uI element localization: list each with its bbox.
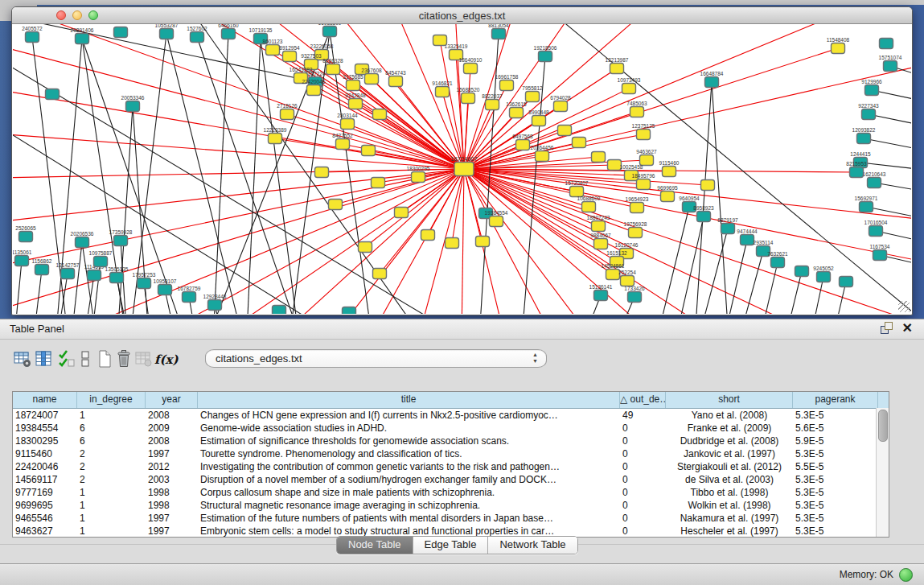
graph-node[interactable]: [222, 29, 236, 39]
graph-node[interactable]: [283, 51, 297, 62]
graph-node[interactable]: [281, 109, 294, 120]
graph-node[interactable]: [592, 221, 606, 232]
float-panel-icon[interactable]: [881, 322, 893, 334]
graph-node[interactable]: [663, 167, 676, 177]
graph-node[interactable]: [532, 116, 546, 126]
graph-node[interactable]: [160, 29, 174, 39]
table-row[interactable]: 1938455462009Genome-wide association stu…: [13, 422, 889, 435]
graph-node[interactable]: [446, 238, 459, 249]
network-canvas[interactable]: 2405572208914061055328715276026466160107…: [13, 24, 911, 314]
graph-node[interactable]: [705, 77, 719, 88]
graph-node[interactable]: [558, 126, 572, 136]
table-row[interactable]: 1456911722003Disruption of a novel membe…: [13, 473, 889, 486]
graph-node[interactable]: [490, 216, 503, 227]
table-row[interactable]: 946554611997Estimation of the future num…: [13, 512, 889, 525]
graph-node[interactable]: [741, 235, 754, 245]
graph-node[interactable]: [329, 200, 343, 210]
graph-node[interactable]: [373, 109, 387, 120]
graph-node[interactable]: [266, 45, 280, 56]
graph-node[interactable]: [336, 139, 350, 150]
column-header-year[interactable]: year: [146, 392, 198, 408]
graph-node[interactable]: [637, 179, 651, 190]
graph-node[interactable]: [421, 230, 435, 241]
graph-node[interactable]: [323, 27, 337, 37]
graph-node[interactable]: [436, 87, 450, 97]
graph-node[interactable]: [850, 167, 864, 178]
graph-node[interactable]: [347, 80, 360, 91]
graph-node[interactable]: [208, 300, 222, 311]
graph-node[interactable]: [857, 134, 871, 144]
graph-node[interactable]: [26, 32, 39, 43]
graph-node[interactable]: [307, 85, 321, 96]
table-row[interactable]: 911546021997Tourette syndrome. Phenomeno…: [13, 447, 889, 460]
graph-node[interactable]: [628, 292, 642, 303]
graph-node[interactable]: [114, 27, 128, 38]
graph-node[interactable]: [315, 167, 329, 178]
graph-node[interactable]: [868, 178, 881, 188]
delete-table-icon[interactable]: [114, 349, 133, 369]
graph-node[interactable]: [395, 208, 409, 218]
tab-node-table[interactable]: Node Table: [337, 537, 413, 554]
graph-node[interactable]: [865, 85, 879, 96]
memory-status-icon[interactable]: [899, 568, 913, 582]
graph-node[interactable]: [19, 232, 33, 242]
graph-node[interactable]: [46, 89, 60, 100]
graph-node[interactable]: [539, 51, 552, 62]
graph-node[interactable]: [721, 224, 735, 234]
column-chooser-icon[interactable]: [34, 349, 53, 369]
graph-node[interactable]: [661, 192, 675, 202]
graph-node[interactable]: [486, 100, 499, 110]
graph-node[interactable]: [372, 178, 385, 188]
graph-node[interactable]: [629, 228, 643, 238]
graph-node[interactable]: [840, 277, 853, 287]
graph-node[interactable]: [114, 236, 128, 246]
graph-node[interactable]: [500, 80, 514, 91]
graph-node[interactable]: [594, 239, 608, 249]
column-header-in_degree[interactable]: in_degree: [77, 392, 146, 408]
graph-node[interactable]: [359, 242, 372, 253]
graph-node[interactable]: [76, 34, 89, 44]
graph-node[interactable]: [269, 134, 282, 144]
graph-node[interactable]: [869, 226, 883, 237]
graph-node[interactable]: [15, 256, 29, 266]
graph-node[interactable]: [630, 107, 644, 117]
graph-node[interactable]: [873, 250, 887, 261]
graph-node[interactable]: [817, 272, 831, 282]
select-columns-icon[interactable]: [56, 349, 76, 369]
graph-node[interactable]: [191, 32, 204, 43]
graph-node[interactable]: [606, 270, 620, 280]
graph-node[interactable]: [862, 109, 876, 120]
graph-node[interactable]: [697, 212, 711, 222]
graph-node[interactable]: [592, 152, 606, 163]
column-header-pagerank[interactable]: pagerank: [793, 392, 878, 408]
scrollbar-thumb[interactable]: [878, 410, 888, 442]
table-row[interactable]: 1830029562008Estimation of significance …: [13, 435, 889, 447]
graph-node[interactable]: [362, 146, 376, 156]
network-view-window[interactable]: citations_edges.txt 24055722089140610553…: [11, 6, 913, 315]
graph-node[interactable]: [88, 270, 101, 281]
graph-node[interactable]: [771, 257, 785, 268]
graph-node[interactable]: [35, 265, 49, 275]
window-titlebar[interactable]: citations_edges.txt: [12, 7, 912, 24]
graph-node[interactable]: [343, 307, 356, 315]
graph-node[interactable]: [622, 84, 636, 94]
graph-node[interactable]: [341, 119, 355, 130]
graph-node[interactable]: [138, 278, 151, 289]
graph-node[interactable]: [621, 276, 634, 286]
graph-node[interactable]: [860, 202, 873, 212]
tab-network-table[interactable]: Network Table: [488, 537, 577, 554]
graph-node[interactable]: [373, 269, 387, 279]
graph-node[interactable]: [462, 93, 475, 104]
graph-node[interactable]: [454, 163, 474, 176]
graph-node[interactable]: [701, 180, 715, 191]
graph-node[interactable]: [126, 101, 140, 112]
graph-node[interactable]: [582, 202, 596, 212]
graph-node[interactable]: [326, 64, 340, 75]
column-header-out_de[interactable]: △ out_de…: [620, 392, 666, 408]
graph-node[interactable]: [594, 290, 608, 301]
graph-node[interactable]: [158, 285, 172, 295]
graph-node[interactable]: [183, 292, 196, 303]
graph-node[interactable]: [880, 39, 893, 49]
graph-node[interactable]: [492, 29, 506, 39]
close-panel-icon[interactable]: ✕: [902, 322, 913, 334]
